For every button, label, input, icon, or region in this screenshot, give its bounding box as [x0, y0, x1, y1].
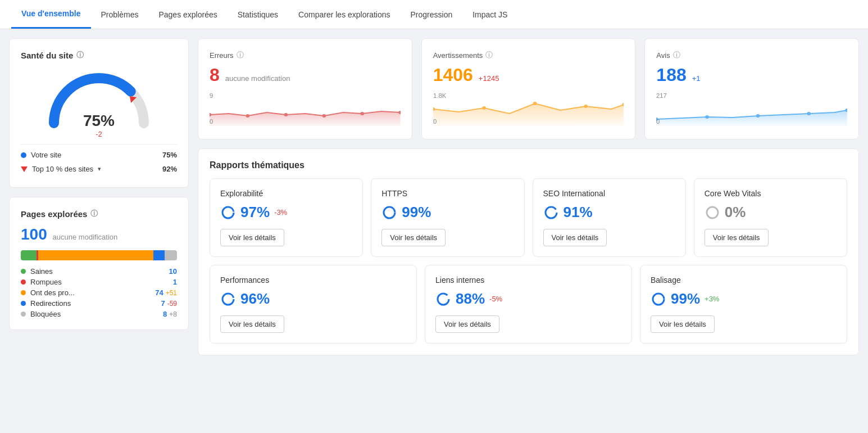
nav-item-pages[interactable]: Pages explorées [148, 1, 227, 28]
svg-point-4 [284, 113, 288, 116]
circle-icon-https [381, 205, 397, 220]
report-liens-pct: 88% [456, 290, 485, 308]
avertissements-value: 1406 [433, 65, 473, 85]
gauge-percentage: 75% [83, 112, 115, 130]
erreurs-label: Erreurs ⓘ [210, 50, 401, 60]
erreurs-value-row: 8 aucune modification [210, 65, 401, 85]
report-cwv-btn[interactable]: Voir les détails [705, 229, 769, 246]
pages-no-change: aucune modification [53, 233, 118, 241]
nav-item-overview[interactable]: Vue d'ensemble [11, 0, 91, 29]
nav-item-impact-js[interactable]: Impact JS [462, 1, 517, 28]
report-seo-btn[interactable]: Voir les détails [543, 229, 607, 246]
erreurs-change: aucune modification [225, 74, 290, 83]
nav-item-compare[interactable]: Comparer les explorations [288, 1, 400, 28]
svg-text:217: 217 [656, 93, 667, 99]
report-liens-change: -5% [489, 295, 502, 303]
bar-blue [153, 250, 164, 260]
main-nav: Vue d'ensemble Problèmes Pages explorées… [0, 0, 868, 29]
report-liens-title: Liens internes [435, 276, 621, 285]
report-explorabilite-btn[interactable]: Voir les détails [220, 229, 284, 246]
pages-title: Pages explorées ⓘ [21, 209, 177, 219]
svg-point-21 [756, 114, 760, 118]
report-balisage-value-row: 99% +3% [651, 290, 837, 308]
stats-row: Erreurs ⓘ 8 aucune modification [198, 38, 859, 139]
nav-item-progression[interactable]: Progression [401, 1, 463, 28]
pages-info-icon[interactable]: ⓘ [90, 209, 98, 219]
svg-text:9: 9 [210, 93, 213, 99]
reports-row1: Explorabilité 97% -3% Voir les détails H… [210, 178, 847, 257]
sante-title: Santé du site ⓘ [21, 50, 177, 60]
circle-icon-explorabilite [220, 205, 236, 220]
nav-item-problems[interactable]: Problèmes [91, 1, 149, 28]
report-https: HTTPS 99% Voir les détails [371, 178, 524, 257]
avertissements-value-row: 1406 +1245 [433, 65, 624, 85]
report-cwv-title: Core Web Vitals [705, 189, 837, 198]
erreurs-chart: 9 0 [210, 92, 401, 126]
report-balisage-btn[interactable]: Voir les détails [651, 315, 715, 333]
report-https-btn[interactable]: Voir les détails [381, 229, 446, 246]
svg-point-26 [222, 207, 234, 218]
report-explorabilite-pct: 97% [240, 204, 270, 221]
avis-value: 188 [656, 65, 686, 85]
dot-blue [21, 152, 26, 158]
top10-dropdown[interactable]: ▾ [98, 165, 101, 173]
report-cwv: Core Web Vitals 0% Voir les détails [694, 178, 847, 257]
svg-text:0: 0 [210, 119, 213, 125]
report-seo-value-row: 91% [543, 204, 675, 221]
avertissements-change: +1245 [479, 74, 499, 83]
report-performances-btn[interactable]: Voir les détails [220, 315, 284, 333]
report-performances: Performances 96% Voir les détails [210, 265, 417, 344]
circle-icon-performances [220, 291, 236, 307]
avertissements-chart: 1.8K 0 [433, 92, 624, 126]
svg-point-28 [546, 207, 557, 218]
erreurs-card: Erreurs ⓘ 8 aucune modification [198, 38, 412, 139]
sante-info-icon[interactable]: ⓘ [76, 50, 84, 60]
report-explorabilite-title: Explorabilité [220, 189, 352, 198]
report-https-pct: 99% [402, 204, 431, 221]
svg-point-30 [222, 294, 234, 305]
avertissements-info-icon[interactable]: ⓘ [485, 50, 493, 60]
legend-redirections: Redirections 7 -59 [21, 299, 177, 308]
dot-redirections [21, 301, 26, 306]
avis-info-icon[interactable]: ⓘ [673, 50, 680, 60]
svg-text:0: 0 [656, 119, 660, 125]
sante-card: Santé du site ⓘ 75% -2 [9, 38, 189, 188]
circle-icon-cwv [705, 205, 720, 220]
report-explorabilite-value-row: 97% -3% [220, 204, 352, 221]
avis-label: Avis ⓘ [656, 50, 847, 60]
gauge-change: -2 [83, 130, 115, 138]
erreurs-info-icon[interactable]: ⓘ [237, 50, 244, 60]
legend-top10: Top 10 % des sites ▾ 92% [21, 162, 177, 176]
svg-point-6 [360, 112, 364, 115]
report-https-title: HTTPS [381, 189, 513, 198]
circle-icon-liens [435, 291, 451, 307]
sidebar: Santé du site ⓘ 75% -2 [9, 38, 189, 355]
pages-count: 100 [21, 225, 47, 243]
gauge-container: 75% -2 [21, 67, 177, 138]
legend-problemes: Ont des pro... 74 +51 [21, 288, 177, 297]
svg-point-3 [246, 114, 250, 118]
report-balisage-title: Balisage [651, 276, 837, 285]
bar-orange [38, 250, 154, 260]
report-explorabilite-change: -3% [274, 208, 287, 216]
dot-saines [21, 269, 26, 274]
svg-text:0: 0 [433, 119, 437, 125]
nav-item-stats[interactable]: Statistiques [228, 1, 288, 28]
dot-rompues [21, 279, 26, 285]
report-liens-value-row: 88% -5% [435, 290, 621, 308]
report-balisage-change: +3% [705, 295, 719, 303]
report-performances-title: Performances [220, 276, 406, 285]
svg-point-14 [584, 105, 588, 108]
report-liens-btn[interactable]: Voir les détails [435, 315, 499, 333]
report-explorabilite: Explorabilité 97% -3% Voir les détails [210, 178, 363, 257]
dot-red-triangle [21, 166, 28, 172]
report-seo-pct: 91% [563, 204, 593, 221]
main-layout: Santé du site ⓘ 75% -2 [0, 29, 868, 364]
rapports-section: Rapports thématiques Explorabilité 97% -… [198, 148, 859, 355]
bar-green [21, 250, 37, 260]
legend-saines: Saines 10 [21, 267, 177, 276]
pages-legend: Saines 10 Rompues 1 Ont des pro. [21, 267, 177, 318]
svg-point-29 [707, 207, 718, 218]
svg-point-31 [438, 294, 449, 305]
circle-icon-seo [543, 205, 559, 220]
